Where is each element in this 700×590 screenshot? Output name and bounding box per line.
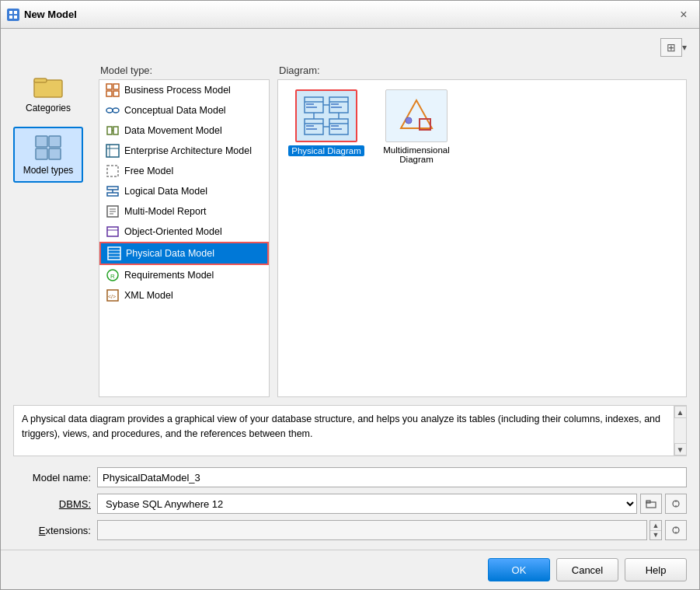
middle-panel: Model type: Business Process Model Conce… xyxy=(99,65,270,397)
svg-point-15 xyxy=(113,108,119,113)
categories-icon xyxy=(33,72,64,99)
dbms-label-text: DBMS: xyxy=(59,498,91,510)
model-type-eam-label: Enterprise Architecture Model xyxy=(124,145,252,156)
diagram-physical[interactable]: Physical Diagram xyxy=(287,89,365,164)
spin-down[interactable]: ▼ xyxy=(650,531,661,540)
description-area: A physical data diagram provides a graph… xyxy=(13,405,687,456)
dbms-row: DBMS: Sybase SQL Anywhere 12 xyxy=(13,494,687,514)
svg-rect-5 xyxy=(34,79,47,82)
ok-button[interactable]: OK xyxy=(488,558,550,581)
dialog-icon xyxy=(7,9,19,21)
description-text: A physical data diagram provides a graph… xyxy=(22,412,678,442)
spin-up[interactable]: ▲ xyxy=(650,521,661,531)
extensions-spinner[interactable]: ▲ ▼ xyxy=(650,520,662,540)
description-scrollbar[interactable]: ▲ ▼ xyxy=(674,406,686,456)
svg-rect-12 xyxy=(106,91,112,96)
diagram-area: Physical Diagram xyxy=(277,79,687,397)
main-content: Categories Model types xyxy=(13,65,687,397)
model-type-mmr[interactable]: Multi-Model Report xyxy=(99,201,269,222)
model-type-bpm[interactable]: Business Process Model xyxy=(99,80,269,100)
svg-rect-23 xyxy=(107,187,118,190)
extensions-row: Extensions: ▲ ▼ xyxy=(13,520,687,540)
model-type-xml[interactable]: </> XML Model xyxy=(99,285,269,305)
new-model-dialog: New Model × ⊞ ▾ xyxy=(0,0,700,590)
scroll-down-button[interactable]: ▼ xyxy=(674,443,687,456)
categories-label: Categories xyxy=(26,103,71,113)
svg-rect-16 xyxy=(107,127,112,134)
model-name-label: Model name: xyxy=(13,472,91,484)
title-bar: New Model × xyxy=(1,1,699,29)
multidim-diagram-thumb xyxy=(385,89,448,142)
dialog-body: ⊞ ▾ Categories xyxy=(1,29,699,550)
model-type-bpm-label: Business Process Model xyxy=(124,85,231,96)
svg-rect-54 xyxy=(331,125,339,127)
model-name-row: Model name: xyxy=(13,467,687,487)
svg-rect-24 xyxy=(107,193,118,196)
model-types-label: Model types xyxy=(23,165,74,176)
svg-rect-30 xyxy=(107,227,118,236)
extensions-label: Extensions: xyxy=(13,525,91,536)
diagram-header: Diagram: xyxy=(277,65,687,76)
model-type-dmm-label: Data Movement Model xyxy=(124,125,222,136)
svg-rect-19 xyxy=(106,145,119,157)
dbms-select[interactable]: Sybase SQL Anywhere 12 xyxy=(97,494,637,514)
dropdown-arrow[interactable]: ▾ xyxy=(682,42,687,53)
model-name-input[interactable] xyxy=(97,467,687,487)
svg-point-62 xyxy=(406,117,412,124)
model-type-list[interactable]: Business Process Model Conceptual Data M… xyxy=(99,79,270,397)
svg-rect-46 xyxy=(331,103,339,105)
model-type-req-label: Requirements Model xyxy=(124,270,214,281)
extensions-input[interactable] xyxy=(97,520,647,540)
svg-rect-2 xyxy=(9,16,12,19)
left-panel: Categories Model types xyxy=(13,65,91,397)
model-type-free[interactable]: Free Model xyxy=(99,161,269,181)
dialog-title: New Model xyxy=(24,9,674,20)
svg-rect-1 xyxy=(14,11,17,14)
dialog-footer: OK Cancel Help xyxy=(1,550,699,589)
svg-rect-22 xyxy=(107,166,118,176)
svg-rect-0 xyxy=(9,11,12,14)
extensions-input-row: ▲ ▼ xyxy=(97,520,687,540)
svg-rect-8 xyxy=(49,136,61,147)
diagram-multidim[interactable]: Multidimensional Diagram xyxy=(378,89,455,164)
category-item-model-types[interactable]: Model types xyxy=(13,127,83,183)
model-type-oom[interactable]: Object-Oriented Model xyxy=(99,222,269,242)
extensions-properties-button[interactable] xyxy=(665,520,687,540)
svg-text:</>: </> xyxy=(108,294,116,299)
dbms-properties-button[interactable] xyxy=(665,494,687,514)
description-section: A physical data diagram provides a graph… xyxy=(13,405,687,456)
dbms-select-row: Sybase SQL Anywhere 12 xyxy=(97,494,687,514)
dbms-label: DBMS: xyxy=(13,498,91,510)
physical-diagram-label: Physical Diagram xyxy=(288,145,364,156)
svg-rect-3 xyxy=(14,16,17,19)
svg-rect-42 xyxy=(306,103,314,105)
top-toolbar: ⊞ ▾ xyxy=(13,38,687,57)
svg-rect-10 xyxy=(106,84,112,89)
svg-point-14 xyxy=(106,108,113,113)
model-type-oom-label: Object-Oriented Model xyxy=(124,226,222,237)
model-type-pdm[interactable]: Physical Data Model xyxy=(99,242,269,265)
svg-rect-7 xyxy=(36,148,47,159)
svg-text:R: R xyxy=(110,273,115,280)
close-button[interactable]: × xyxy=(674,5,693,24)
grid-view-button[interactable]: ⊞ xyxy=(660,38,682,57)
svg-rect-47 xyxy=(331,106,342,108)
dbms-folder-button[interactable] xyxy=(640,494,662,514)
model-type-cdm-label: Conceptual Data Model xyxy=(124,105,226,116)
cancel-button[interactable]: Cancel xyxy=(556,558,618,581)
model-type-dmm[interactable]: Data Movement Model xyxy=(99,120,269,141)
scroll-up-button[interactable]: ▲ xyxy=(674,406,687,418)
model-type-ldm[interactable]: Logical Data Model xyxy=(99,181,269,201)
multidim-diagram-label: Multidimensional Diagram xyxy=(378,145,455,164)
model-type-eam[interactable]: Enterprise Architecture Model xyxy=(99,141,269,161)
category-item-categories[interactable]: Categories xyxy=(13,65,83,120)
form-section: Model name: DBMS: Sybase SQL Anywhere 12 xyxy=(13,467,687,540)
svg-rect-17 xyxy=(113,127,118,134)
model-type-header: Model type: xyxy=(99,65,270,76)
model-type-cdm[interactable]: Conceptual Data Model xyxy=(99,100,269,120)
model-type-req[interactable]: R Requirements Model xyxy=(99,265,269,285)
svg-rect-55 xyxy=(331,128,342,130)
help-button[interactable]: Help xyxy=(625,558,687,581)
model-type-mmr-label: Multi-Model Report xyxy=(124,206,207,217)
svg-rect-6 xyxy=(36,136,47,147)
